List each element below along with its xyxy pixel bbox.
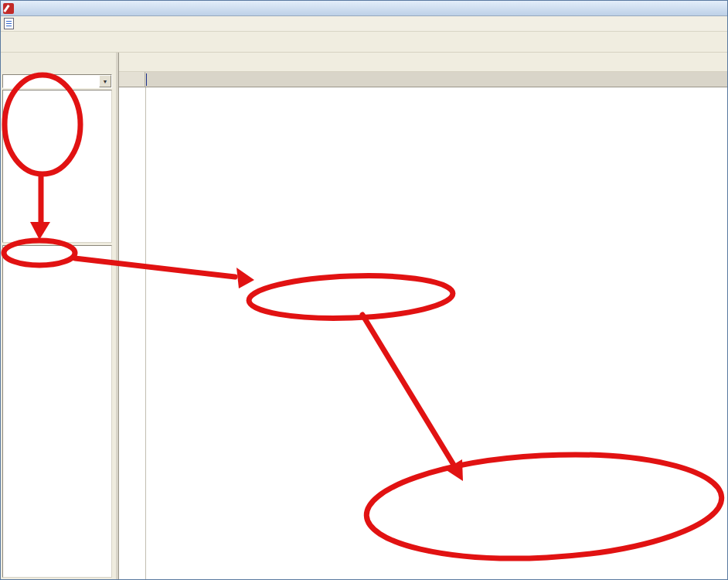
drive-selector[interactable]: ▼	[2, 74, 112, 88]
title-bar[interactable]	[1, 1, 727, 16]
gutter-separator	[145, 87, 146, 579]
editor-pane	[118, 53, 727, 579]
chevron-down-icon[interactable]: ▼	[99, 75, 111, 87]
editplus-app-icon	[3, 3, 14, 14]
file-list	[2, 245, 112, 578]
sidebar: ▼	[1, 53, 116, 579]
code-area[interactable]	[119, 87, 727, 579]
sidebar-tabs	[1, 53, 116, 72]
html-toolbar	[119, 53, 727, 72]
menu-bar	[1, 16, 727, 32]
ruler-corner	[119, 72, 145, 87]
editplus-window: ▼	[0, 0, 728, 580]
directory-tree	[2, 90, 112, 243]
main-toolbar	[1, 32, 727, 53]
column-ruler	[119, 72, 727, 87]
document-menu-icon[interactable]	[4, 18, 14, 29]
caret-column-marker	[146, 73, 147, 86]
